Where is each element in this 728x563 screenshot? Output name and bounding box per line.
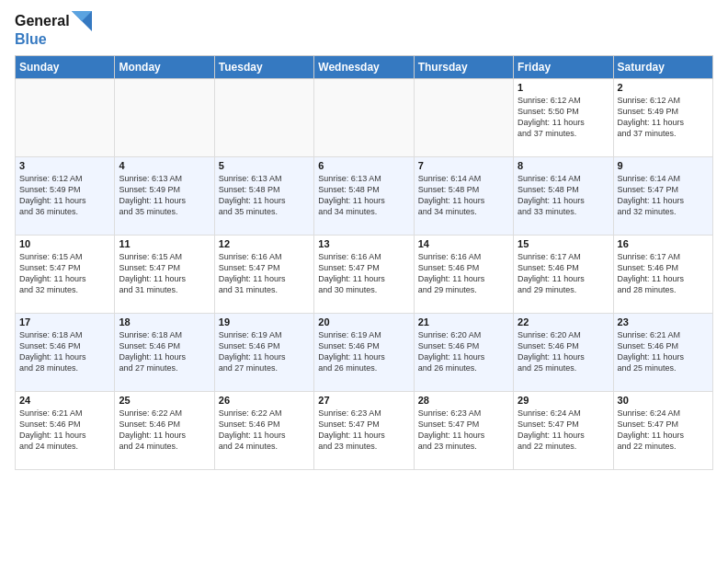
calendar-day-cell: 9Sunrise: 6:14 AM Sunset: 5:47 PM Daylig… <box>613 156 712 235</box>
calendar-day-cell: 10Sunrise: 6:15 AM Sunset: 5:47 PM Dayli… <box>16 235 115 313</box>
calendar-day-cell: 7Sunrise: 6:14 AM Sunset: 5:48 PM Daylig… <box>414 156 513 235</box>
day-info: Sunrise: 6:14 AM Sunset: 5:48 PM Dayligh… <box>418 173 509 218</box>
day-number: 20 <box>318 316 409 327</box>
calendar-day-cell: 2Sunrise: 6:12 AM Sunset: 5:49 PM Daylig… <box>613 78 712 156</box>
day-info: Sunrise: 6:20 AM Sunset: 5:46 PM Dayligh… <box>418 329 509 374</box>
day-info: Sunrise: 6:16 AM Sunset: 5:46 PM Dayligh… <box>418 251 509 296</box>
calendar-day-header: Wednesday <box>314 55 414 78</box>
calendar-day-cell: 22Sunrise: 6:20 AM Sunset: 5:46 PM Dayli… <box>514 313 613 391</box>
day-info: Sunrise: 6:18 AM Sunset: 5:46 PM Dayligh… <box>119 329 210 374</box>
day-number: 26 <box>219 395 310 406</box>
day-number: 11 <box>119 238 210 249</box>
day-info: Sunrise: 6:18 AM Sunset: 5:46 PM Dayligh… <box>19 329 110 374</box>
day-info: Sunrise: 6:13 AM Sunset: 5:48 PM Dayligh… <box>219 173 310 218</box>
logo-text-blue: Blue <box>15 31 47 48</box>
logo-text-general: General <box>15 13 70 29</box>
calendar-day-header: Sunday <box>16 55 115 78</box>
calendar-day-cell: 11Sunrise: 6:15 AM Sunset: 5:47 PM Dayli… <box>115 235 214 313</box>
day-number: 23 <box>618 316 709 327</box>
day-number: 21 <box>418 316 509 327</box>
day-info: Sunrise: 6:15 AM Sunset: 5:47 PM Dayligh… <box>119 251 210 296</box>
calendar-day-cell: 24Sunrise: 6:21 AM Sunset: 5:46 PM Dayli… <box>16 391 115 469</box>
calendar-week-row: 24Sunrise: 6:21 AM Sunset: 5:46 PM Dayli… <box>16 391 713 469</box>
day-info: Sunrise: 6:22 AM Sunset: 5:46 PM Dayligh… <box>119 408 210 453</box>
day-info: Sunrise: 6:15 AM Sunset: 5:47 PM Dayligh… <box>19 251 110 296</box>
day-info: Sunrise: 6:23 AM Sunset: 5:47 PM Dayligh… <box>418 408 509 453</box>
day-info: Sunrise: 6:16 AM Sunset: 5:47 PM Dayligh… <box>219 251 310 296</box>
day-number: 16 <box>618 238 709 249</box>
day-number: 15 <box>518 238 609 249</box>
calendar-table: SundayMondayTuesdayWednesdayThursdayFrid… <box>15 55 713 470</box>
calendar-day-cell: 5Sunrise: 6:13 AM Sunset: 5:48 PM Daylig… <box>214 156 313 235</box>
day-number: 8 <box>518 160 609 171</box>
day-info: Sunrise: 6:14 AM Sunset: 5:47 PM Dayligh… <box>618 173 709 218</box>
calendar-day-cell <box>414 78 513 156</box>
day-info: Sunrise: 6:14 AM Sunset: 5:48 PM Dayligh… <box>518 173 609 218</box>
page: General Blue SundayMondayTuesdayWednesda… <box>0 0 728 563</box>
day-info: Sunrise: 6:17 AM Sunset: 5:46 PM Dayligh… <box>618 251 709 296</box>
calendar-day-cell <box>314 78 414 156</box>
calendar-day-cell: 8Sunrise: 6:14 AM Sunset: 5:48 PM Daylig… <box>514 156 613 235</box>
day-number: 4 <box>119 160 210 171</box>
calendar-day-cell: 13Sunrise: 6:16 AM Sunset: 5:47 PM Dayli… <box>314 235 414 313</box>
calendar-day-cell: 30Sunrise: 6:24 AM Sunset: 5:47 PM Dayli… <box>613 391 712 469</box>
calendar-day-header: Monday <box>115 55 214 78</box>
calendar-day-cell: 14Sunrise: 6:16 AM Sunset: 5:46 PM Dayli… <box>414 235 513 313</box>
day-number: 1 <box>518 82 609 93</box>
day-info: Sunrise: 6:21 AM Sunset: 5:46 PM Dayligh… <box>19 408 110 453</box>
day-info: Sunrise: 6:19 AM Sunset: 5:46 PM Dayligh… <box>318 329 409 374</box>
calendar-header-row: SundayMondayTuesdayWednesdayThursdayFrid… <box>16 55 713 78</box>
calendar-day-cell: 19Sunrise: 6:19 AM Sunset: 5:46 PM Dayli… <box>214 313 313 391</box>
day-number: 9 <box>618 160 709 171</box>
day-info: Sunrise: 6:24 AM Sunset: 5:47 PM Dayligh… <box>518 408 609 453</box>
calendar-day-cell: 21Sunrise: 6:20 AM Sunset: 5:46 PM Dayli… <box>414 313 513 391</box>
calendar-week-row: 10Sunrise: 6:15 AM Sunset: 5:47 PM Dayli… <box>16 235 713 313</box>
calendar-day-cell: 29Sunrise: 6:24 AM Sunset: 5:47 PM Dayli… <box>514 391 613 469</box>
day-info: Sunrise: 6:17 AM Sunset: 5:46 PM Dayligh… <box>518 251 609 296</box>
calendar-week-row: 1Sunrise: 6:12 AM Sunset: 5:50 PM Daylig… <box>16 78 713 156</box>
day-info: Sunrise: 6:23 AM Sunset: 5:47 PM Dayligh… <box>318 408 409 453</box>
logo: General Blue <box>15 11 92 48</box>
calendar-day-cell: 16Sunrise: 6:17 AM Sunset: 5:46 PM Dayli… <box>613 235 712 313</box>
day-info: Sunrise: 6:12 AM Sunset: 5:50 PM Dayligh… <box>518 95 609 140</box>
calendar-day-cell: 18Sunrise: 6:18 AM Sunset: 5:46 PM Dayli… <box>115 313 214 391</box>
day-info: Sunrise: 6:13 AM Sunset: 5:48 PM Dayligh… <box>318 173 409 218</box>
logo-triangle-icon <box>72 11 92 31</box>
calendar-day-cell <box>214 78 313 156</box>
day-number: 30 <box>618 395 709 406</box>
day-number: 27 <box>318 395 409 406</box>
day-number: 24 <box>19 395 110 406</box>
calendar-day-cell: 15Sunrise: 6:17 AM Sunset: 5:46 PM Dayli… <box>514 235 613 313</box>
day-number: 17 <box>19 316 110 327</box>
calendar-week-row: 17Sunrise: 6:18 AM Sunset: 5:46 PM Dayli… <box>16 313 713 391</box>
day-info: Sunrise: 6:24 AM Sunset: 5:47 PM Dayligh… <box>618 408 709 453</box>
day-number: 10 <box>19 238 110 249</box>
day-number: 2 <box>618 82 709 93</box>
day-info: Sunrise: 6:22 AM Sunset: 5:46 PM Dayligh… <box>219 408 310 453</box>
calendar-day-cell: 23Sunrise: 6:21 AM Sunset: 5:46 PM Dayli… <box>613 313 712 391</box>
day-info: Sunrise: 6:19 AM Sunset: 5:46 PM Dayligh… <box>219 329 310 374</box>
calendar-day-header: Saturday <box>613 55 712 78</box>
day-number: 3 <box>19 160 110 171</box>
calendar-day-cell: 17Sunrise: 6:18 AM Sunset: 5:46 PM Dayli… <box>16 313 115 391</box>
day-info: Sunrise: 6:13 AM Sunset: 5:49 PM Dayligh… <box>119 173 210 218</box>
calendar-day-cell <box>16 78 115 156</box>
day-info: Sunrise: 6:12 AM Sunset: 5:49 PM Dayligh… <box>618 95 709 140</box>
day-number: 19 <box>219 316 310 327</box>
day-info: Sunrise: 6:21 AM Sunset: 5:46 PM Dayligh… <box>618 329 709 374</box>
calendar-day-cell: 4Sunrise: 6:13 AM Sunset: 5:49 PM Daylig… <box>115 156 214 235</box>
day-info: Sunrise: 6:16 AM Sunset: 5:47 PM Dayligh… <box>318 251 409 296</box>
calendar-day-cell: 3Sunrise: 6:12 AM Sunset: 5:49 PM Daylig… <box>16 156 115 235</box>
day-number: 29 <box>518 395 609 406</box>
day-number: 7 <box>418 160 509 171</box>
calendar-day-header: Tuesday <box>214 55 313 78</box>
day-number: 6 <box>318 160 409 171</box>
day-number: 18 <box>119 316 210 327</box>
day-number: 22 <box>518 316 609 327</box>
day-info: Sunrise: 6:12 AM Sunset: 5:49 PM Dayligh… <box>19 173 110 218</box>
calendar-day-cell: 28Sunrise: 6:23 AM Sunset: 5:47 PM Dayli… <box>414 391 513 469</box>
calendar-day-header: Thursday <box>414 55 513 78</box>
calendar-day-cell: 20Sunrise: 6:19 AM Sunset: 5:46 PM Dayli… <box>314 313 414 391</box>
day-number: 25 <box>119 395 210 406</box>
calendar-day-cell: 6Sunrise: 6:13 AM Sunset: 5:48 PM Daylig… <box>314 156 414 235</box>
